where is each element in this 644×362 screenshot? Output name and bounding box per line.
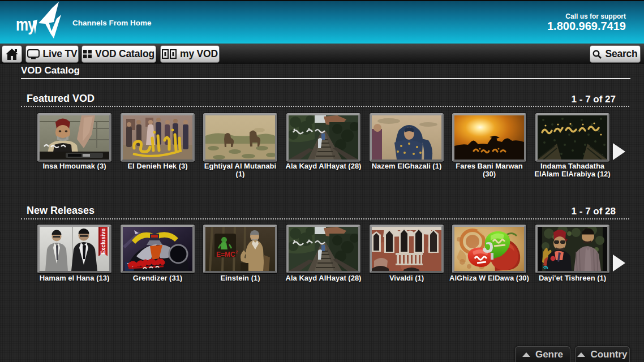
svg-text:Exclusive: Exclusive xyxy=(100,228,106,255)
svg-text:2: 2 xyxy=(235,249,238,255)
svg-text:E=MC: E=MC xyxy=(216,251,235,258)
